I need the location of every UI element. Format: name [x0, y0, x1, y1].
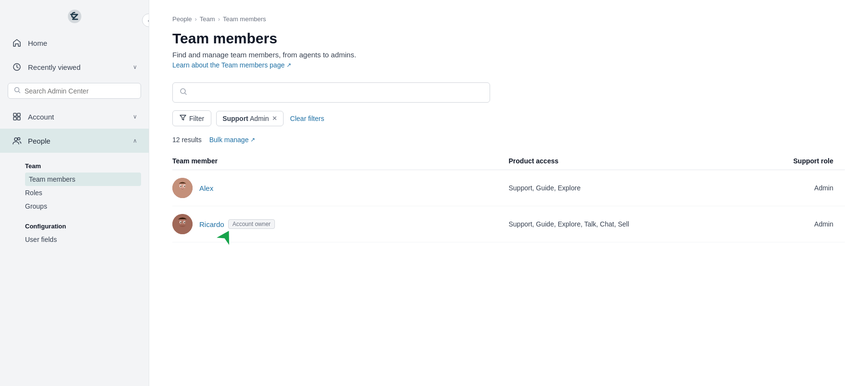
svg-rect-3: [17, 113, 20, 116]
clock-icon: [12, 62, 22, 72]
sidebar-item-roles[interactable]: Roles: [25, 186, 149, 200]
avatar-alex-image: [172, 178, 193, 198]
sidebar-nav-account[interactable]: Account ∨: [0, 105, 149, 129]
members-table: Team member Product access Support role: [172, 152, 845, 242]
sidebar-item-team-members[interactable]: Team members: [25, 173, 141, 186]
breadcrumb-sep-1: ›: [194, 15, 196, 23]
sidebar-item-user-fields[interactable]: User fields: [25, 233, 149, 246]
recently-viewed-label: Recently viewed: [28, 63, 127, 71]
svg-rect-2: [13, 113, 16, 116]
avatar-ricardo-image: [172, 214, 193, 234]
filter-tag-value: Admin: [250, 115, 269, 122]
people-chevron: ∧: [133, 137, 137, 144]
svg-point-13: [180, 186, 181, 186]
product-access-ricardo: Support, Guide, Explore, Talk, Chat, Sel…: [509, 206, 711, 242]
search-input-wrap[interactable]: [8, 83, 141, 99]
configuration-section: Configuration User fields: [25, 215, 149, 248]
table-body: Alex Support, Guide, Explore Admin: [172, 170, 845, 242]
results-count: 12 results: [172, 136, 202, 144]
filter-button-label: Filter: [189, 115, 204, 122]
main-search-icon: [180, 88, 187, 97]
support-role-ricardo: Admin: [711, 206, 845, 242]
filter-tag-text: Support Admin: [222, 115, 269, 122]
page-title: Team members: [172, 30, 845, 47]
svg-point-14: [184, 186, 185, 186]
people-subnav: Team Team members Roles Groups Configura…: [0, 153, 149, 248]
filter-row: Filter Support Admin ✕ Clear filters: [172, 110, 845, 126]
filter-tag-remove[interactable]: ✕: [272, 115, 277, 121]
search-container: [0, 79, 149, 105]
breadcrumb-sep-2: ›: [218, 15, 220, 23]
zendesk-logo: [64, 6, 85, 27]
green-arrow-icon: [216, 227, 235, 247]
svg-point-7: [18, 138, 20, 140]
table-row: Ricardo Account owner Support, Guide, Ex…: [172, 206, 845, 242]
account-chevron: ∨: [133, 113, 137, 120]
people-label: People: [28, 137, 127, 145]
member-name-ricardo[interactable]: Ricardo: [199, 220, 224, 228]
filter-icon: [180, 114, 186, 122]
bulk-manage-label: Bulk manage: [209, 136, 249, 144]
home-icon: [12, 38, 22, 48]
svg-marker-21: [217, 227, 235, 245]
search-icon: [14, 87, 21, 95]
svg-rect-5: [17, 117, 20, 120]
learn-more-link[interactable]: Learn about the Team members page ↗: [172, 61, 291, 69]
member-name-alex[interactable]: Alex: [199, 184, 213, 192]
people-icon: [12, 135, 22, 146]
filter-tag-prefix: Support: [222, 115, 248, 122]
sidebar: Home Recently viewed ∨: [0, 0, 149, 386]
breadcrumb: People › Team › Team members: [172, 15, 845, 23]
logo-area: [0, 0, 149, 31]
col-team-member: Team member: [172, 152, 509, 170]
external-link-icon: ↗: [286, 62, 291, 68]
sidebar-scrollbar[interactable]: [146, 0, 149, 386]
main-content: People › Team › Team members Team member…: [149, 0, 868, 386]
table-row: Alex Support, Guide, Explore Admin: [172, 170, 845, 206]
page-description: Find and manage team members, from agent…: [172, 51, 845, 59]
filter-button[interactable]: Filter: [172, 110, 211, 126]
col-product-access: Product access: [509, 152, 711, 170]
product-access-alex: Support, Guide, Explore: [509, 170, 711, 206]
svg-rect-4: [13, 117, 16, 120]
sidebar-nav-recently-viewed[interactable]: Recently viewed ∨: [0, 55, 149, 79]
account-label: Account: [28, 113, 127, 121]
account-owner-badge: Account owner: [228, 219, 275, 229]
member-cell-alex: Alex: [172, 170, 509, 206]
table-header: Team member Product access Support role: [172, 152, 845, 170]
support-role-alex: Admin: [711, 170, 845, 206]
account-icon: [12, 111, 22, 122]
avatar-ricardo: [172, 214, 193, 234]
svg-point-20: [184, 222, 185, 223]
svg-point-6: [14, 138, 17, 141]
configuration-section-title: Configuration: [25, 221, 149, 233]
bulk-manage-external-icon: ↗: [250, 136, 255, 143]
sidebar-nav-home[interactable]: Home: [0, 31, 149, 55]
breadcrumb-team[interactable]: Team: [200, 15, 215, 23]
avatar-alex: [172, 178, 193, 198]
results-row: 12 results Bulk manage ↗: [172, 136, 845, 144]
bulk-manage-link[interactable]: Bulk manage ↗: [209, 136, 256, 144]
svg-point-19: [180, 222, 181, 223]
member-search-input[interactable]: [192, 89, 483, 97]
clear-filters-button[interactable]: Clear filters: [288, 111, 326, 126]
team-section: Team Team members Roles Groups: [25, 155, 149, 215]
cursor-annotation: [216, 227, 235, 248]
breadcrumb-current: Team members: [223, 15, 266, 23]
sidebar-nav-people[interactable]: People ∧: [0, 129, 149, 153]
search-admin-center-input[interactable]: [25, 87, 135, 95]
recently-viewed-chevron: ∨: [133, 64, 137, 70]
team-section-title: Team: [25, 160, 149, 173]
main-search-bar[interactable]: [172, 82, 490, 103]
col-support-role: Support role: [711, 152, 845, 170]
member-cell-ricardo: Ricardo Account owner: [172, 206, 509, 242]
home-label: Home: [28, 39, 137, 47]
breadcrumb-people[interactable]: People: [172, 15, 192, 23]
learn-more-link-text: Learn about the Team members page: [172, 61, 285, 69]
filter-tag-support-admin: Support Admin ✕: [216, 111, 283, 126]
sidebar-item-groups[interactable]: Groups: [25, 200, 149, 213]
